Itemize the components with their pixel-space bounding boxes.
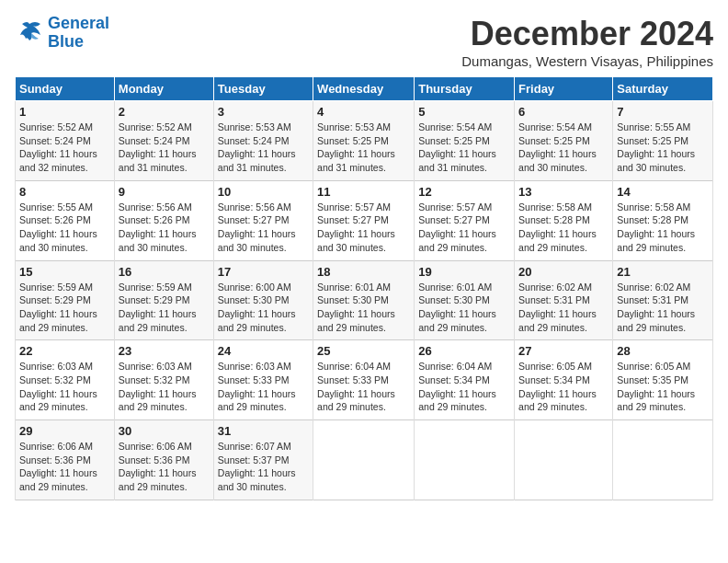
logo-icon bbox=[15, 20, 44, 46]
day-number: 7 bbox=[617, 105, 709, 119]
day-detail: Sunrise: 5:53 AM Sunset: 5:24 PM Dayligh… bbox=[218, 121, 309, 175]
calendar-cell: 31 Sunrise: 6:07 AM Sunset: 5:37 PM Dayl… bbox=[213, 420, 313, 500]
calendar-cell bbox=[415, 420, 515, 500]
day-number: 11 bbox=[317, 185, 410, 199]
day-number: 8 bbox=[19, 185, 110, 199]
day-number: 17 bbox=[218, 265, 309, 279]
week-row-1: 1 Sunrise: 5:52 AM Sunset: 5:24 PM Dayli… bbox=[16, 101, 713, 181]
day-detail: Sunrise: 6:02 AM Sunset: 5:31 PM Dayligh… bbox=[617, 281, 709, 335]
day-number: 29 bbox=[19, 424, 110, 438]
calendar-cell: 6 Sunrise: 5:54 AM Sunset: 5:25 PM Dayli… bbox=[515, 101, 613, 181]
day-number: 1 bbox=[19, 105, 110, 119]
calendar-cell: 4 Sunrise: 5:53 AM Sunset: 5:25 PM Dayli… bbox=[313, 101, 415, 181]
logo: General Blue bbox=[15, 15, 109, 52]
day-number: 30 bbox=[119, 424, 210, 438]
calendar-cell: 27 Sunrise: 6:05 AM Sunset: 5:34 PM Dayl… bbox=[515, 340, 613, 420]
calendar-cell: 12 Sunrise: 5:57 AM Sunset: 5:27 PM Dayl… bbox=[415, 180, 515, 260]
day-detail: Sunrise: 6:05 AM Sunset: 5:34 PM Dayligh… bbox=[518, 360, 609, 414]
day-detail: Sunrise: 5:57 AM Sunset: 5:27 PM Dayligh… bbox=[418, 201, 510, 255]
day-detail: Sunrise: 6:01 AM Sunset: 5:30 PM Dayligh… bbox=[418, 281, 510, 335]
day-number: 16 bbox=[119, 265, 210, 279]
col-tuesday: Tuesday bbox=[213, 77, 313, 101]
page-header: General Blue December 2024 Dumangas, Wes… bbox=[15, 15, 713, 69]
calendar-cell: 7 Sunrise: 5:55 AM Sunset: 5:25 PM Dayli… bbox=[613, 101, 713, 181]
calendar-cell: 24 Sunrise: 6:03 AM Sunset: 5:33 PM Dayl… bbox=[213, 340, 313, 420]
calendar-cell: 17 Sunrise: 6:00 AM Sunset: 5:30 PM Dayl… bbox=[213, 260, 313, 340]
calendar-cell: 30 Sunrise: 6:06 AM Sunset: 5:36 PM Dayl… bbox=[114, 420, 213, 500]
day-number: 19 bbox=[418, 265, 510, 279]
week-row-4: 22 Sunrise: 6:03 AM Sunset: 5:32 PM Dayl… bbox=[16, 340, 713, 420]
col-friday: Friday bbox=[515, 77, 613, 101]
calendar-cell bbox=[515, 420, 613, 500]
day-detail: Sunrise: 5:53 AM Sunset: 5:25 PM Dayligh… bbox=[317, 121, 410, 175]
day-number: 24 bbox=[218, 344, 309, 358]
day-detail: Sunrise: 5:52 AM Sunset: 5:24 PM Dayligh… bbox=[19, 121, 110, 175]
day-number: 18 bbox=[317, 265, 410, 279]
day-detail: Sunrise: 5:52 AM Sunset: 5:24 PM Dayligh… bbox=[119, 121, 210, 175]
day-number: 21 bbox=[617, 265, 709, 279]
calendar-cell bbox=[313, 420, 415, 500]
calendar-cell: 21 Sunrise: 6:02 AM Sunset: 5:31 PM Dayl… bbox=[613, 260, 713, 340]
day-number: 10 bbox=[218, 185, 309, 199]
calendar-cell: 28 Sunrise: 6:05 AM Sunset: 5:35 PM Dayl… bbox=[613, 340, 713, 420]
calendar-cell: 18 Sunrise: 6:01 AM Sunset: 5:30 PM Dayl… bbox=[313, 260, 415, 340]
week-row-3: 15 Sunrise: 5:59 AM Sunset: 5:29 PM Dayl… bbox=[16, 260, 713, 340]
day-detail: Sunrise: 6:02 AM Sunset: 5:31 PM Dayligh… bbox=[518, 281, 609, 335]
day-number: 23 bbox=[119, 344, 210, 358]
day-number: 26 bbox=[418, 344, 510, 358]
day-number: 22 bbox=[19, 344, 110, 358]
day-detail: Sunrise: 5:56 AM Sunset: 5:27 PM Dayligh… bbox=[218, 201, 309, 255]
day-detail: Sunrise: 5:59 AM Sunset: 5:29 PM Dayligh… bbox=[119, 281, 210, 335]
month-title: December 2024 bbox=[461, 15, 713, 53]
day-detail: Sunrise: 5:54 AM Sunset: 5:25 PM Dayligh… bbox=[518, 121, 609, 175]
day-number: 4 bbox=[317, 105, 410, 119]
calendar-cell: 11 Sunrise: 5:57 AM Sunset: 5:27 PM Dayl… bbox=[313, 180, 415, 260]
day-detail: Sunrise: 5:59 AM Sunset: 5:29 PM Dayligh… bbox=[19, 281, 110, 335]
col-monday: Monday bbox=[114, 77, 213, 101]
day-number: 5 bbox=[418, 105, 510, 119]
calendar-cell: 8 Sunrise: 5:55 AM Sunset: 5:26 PM Dayli… bbox=[16, 180, 115, 260]
calendar-cell: 16 Sunrise: 5:59 AM Sunset: 5:29 PM Dayl… bbox=[114, 260, 213, 340]
calendar-cell: 19 Sunrise: 6:01 AM Sunset: 5:30 PM Dayl… bbox=[415, 260, 515, 340]
day-detail: Sunrise: 6:01 AM Sunset: 5:30 PM Dayligh… bbox=[317, 281, 410, 335]
day-number: 15 bbox=[19, 265, 110, 279]
day-detail: Sunrise: 6:04 AM Sunset: 5:33 PM Dayligh… bbox=[317, 360, 410, 414]
calendar-cell: 9 Sunrise: 5:56 AM Sunset: 5:26 PM Dayli… bbox=[114, 180, 213, 260]
calendar-cell: 2 Sunrise: 5:52 AM Sunset: 5:24 PM Dayli… bbox=[114, 101, 213, 181]
day-detail: Sunrise: 5:55 AM Sunset: 5:25 PM Dayligh… bbox=[617, 121, 709, 175]
calendar-header-row: Sunday Monday Tuesday Wednesday Thursday… bbox=[16, 77, 713, 101]
calendar-cell: 10 Sunrise: 5:56 AM Sunset: 5:27 PM Dayl… bbox=[213, 180, 313, 260]
day-number: 14 bbox=[617, 185, 709, 199]
day-detail: Sunrise: 6:06 AM Sunset: 5:36 PM Dayligh… bbox=[119, 440, 210, 494]
calendar-cell: 22 Sunrise: 6:03 AM Sunset: 5:32 PM Dayl… bbox=[16, 340, 115, 420]
calendar-cell: 1 Sunrise: 5:52 AM Sunset: 5:24 PM Dayli… bbox=[16, 101, 115, 181]
calendar-cell: 23 Sunrise: 6:03 AM Sunset: 5:32 PM Dayl… bbox=[114, 340, 213, 420]
calendar-cell: 14 Sunrise: 5:58 AM Sunset: 5:28 PM Dayl… bbox=[613, 180, 713, 260]
calendar-cell: 5 Sunrise: 5:54 AM Sunset: 5:25 PM Dayli… bbox=[415, 101, 515, 181]
day-number: 3 bbox=[218, 105, 309, 119]
calendar-cell: 3 Sunrise: 5:53 AM Sunset: 5:24 PM Dayli… bbox=[213, 101, 313, 181]
day-number: 13 bbox=[518, 185, 609, 199]
day-detail: Sunrise: 6:06 AM Sunset: 5:36 PM Dayligh… bbox=[19, 440, 110, 494]
day-detail: Sunrise: 5:55 AM Sunset: 5:26 PM Dayligh… bbox=[19, 201, 110, 255]
calendar-cell: 25 Sunrise: 6:04 AM Sunset: 5:33 PM Dayl… bbox=[313, 340, 415, 420]
day-detail: Sunrise: 6:03 AM Sunset: 5:32 PM Dayligh… bbox=[119, 360, 210, 414]
col-thursday: Thursday bbox=[415, 77, 515, 101]
day-detail: Sunrise: 5:58 AM Sunset: 5:28 PM Dayligh… bbox=[518, 201, 609, 255]
week-row-2: 8 Sunrise: 5:55 AM Sunset: 5:26 PM Dayli… bbox=[16, 180, 713, 260]
col-saturday: Saturday bbox=[613, 77, 713, 101]
day-number: 25 bbox=[317, 344, 410, 358]
col-sunday: Sunday bbox=[16, 77, 115, 101]
day-detail: Sunrise: 6:03 AM Sunset: 5:32 PM Dayligh… bbox=[19, 360, 110, 414]
calendar-table: Sunday Monday Tuesday Wednesday Thursday… bbox=[15, 76, 713, 500]
week-row-5: 29 Sunrise: 6:06 AM Sunset: 5:36 PM Dayl… bbox=[16, 420, 713, 500]
day-detail: Sunrise: 5:58 AM Sunset: 5:28 PM Dayligh… bbox=[617, 201, 709, 255]
calendar-cell bbox=[613, 420, 713, 500]
day-detail: Sunrise: 5:57 AM Sunset: 5:27 PM Dayligh… bbox=[317, 201, 410, 255]
day-detail: Sunrise: 5:54 AM Sunset: 5:25 PM Dayligh… bbox=[418, 121, 510, 175]
day-detail: Sunrise: 6:04 AM Sunset: 5:34 PM Dayligh… bbox=[418, 360, 510, 414]
calendar-cell: 20 Sunrise: 6:02 AM Sunset: 5:31 PM Dayl… bbox=[515, 260, 613, 340]
logo-text: General Blue bbox=[48, 15, 109, 52]
day-detail: Sunrise: 5:56 AM Sunset: 5:26 PM Dayligh… bbox=[119, 201, 210, 255]
day-number: 28 bbox=[617, 344, 709, 358]
